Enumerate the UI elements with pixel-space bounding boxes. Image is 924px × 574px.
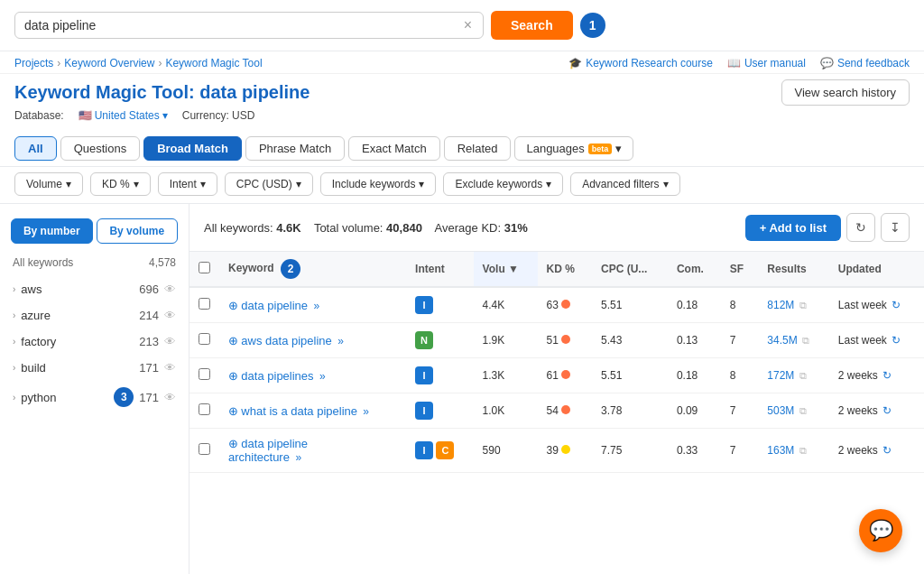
select-all-checkbox[interactable] — [199, 262, 210, 273]
refresh-icon[interactable]: ↻ — [882, 444, 892, 457]
chat-fab-button[interactable]: 💬 — [859, 509, 902, 552]
eye-icon[interactable]: 👁 — [164, 391, 176, 404]
table-row: ⊕ data pipelinearchitecture » I C 590 — [189, 429, 924, 473]
col-volume[interactable]: Volu ▼ — [474, 252, 538, 287]
expand-icon[interactable]: » — [319, 370, 326, 383]
expand-icon[interactable]: » — [296, 451, 302, 464]
sidebar-item-build[interactable]: › build 171 👁 — [0, 355, 189, 381]
row-checkbox-input[interactable] — [199, 368, 210, 380]
col-keyword: Keyword 2 — [219, 252, 406, 287]
add-to-list-button[interactable]: + Add to list — [745, 215, 841, 241]
eye-icon[interactable]: 👁 — [164, 335, 176, 348]
eye-icon[interactable]: 👁 — [164, 361, 176, 375]
col-updated: Updated — [829, 252, 924, 287]
beta-badge: beta — [588, 144, 613, 154]
sidebar-item-azure[interactable]: › azure 214 👁 — [0, 302, 189, 329]
results-link[interactable]: 503M — [767, 404, 794, 417]
by-number-button[interactable]: By number — [11, 218, 93, 244]
results-link[interactable]: 163M — [767, 444, 794, 457]
refresh-icon[interactable]: ↻ — [892, 334, 901, 347]
by-volume-button[interactable]: By volume — [97, 218, 179, 244]
filter-exclude-keywords[interactable]: Exclude keywords ▾ — [443, 172, 563, 196]
view-history-button[interactable]: View search history — [781, 79, 910, 106]
user-manual-link[interactable]: 📖 User manual — [727, 57, 806, 69]
eye-icon[interactable]: 👁 — [164, 309, 176, 322]
search-input-wrapper: × — [14, 12, 484, 39]
keyword-link[interactable]: aws data pipeline — [241, 334, 331, 347]
languages-button[interactable]: Languages beta ▾ — [514, 136, 633, 161]
database-value[interactable]: 🇺🇸 United States ▾ — [79, 109, 168, 122]
filter-intent[interactable]: Intent ▾ — [158, 172, 217, 196]
search-input[interactable] — [24, 18, 462, 32]
add-keyword-icon[interactable]: ⊕ — [228, 369, 238, 383]
chevron-down-icon: ▾ — [419, 178, 424, 190]
row-checkbox-input[interactable] — [199, 403, 210, 415]
row-checkbox — [189, 393, 219, 429]
chevron-down-icon: ▾ — [200, 178, 206, 190]
sidebar-item-factory[interactable]: › factory 213 👁 — [0, 329, 189, 355]
add-keyword-icon[interactable]: ⊕ — [228, 404, 238, 418]
download-button[interactable]: ↧ — [881, 213, 910, 242]
row-updated: Last week ↻ — [829, 323, 924, 358]
row-checkbox-input[interactable] — [199, 333, 210, 345]
add-keyword-icon[interactable]: ⊕ — [228, 299, 238, 312]
breadcrumb-projects[interactable]: Projects — [14, 57, 53, 69]
filter-volume[interactable]: Volume ▾ — [14, 172, 83, 196]
col-cpc: CPC (U... — [592, 252, 668, 287]
send-feedback-link[interactable]: 💬 Send feedback — [820, 57, 910, 69]
stats-text: All keywords: 4.6K Total volume: 40,840 … — [204, 221, 528, 235]
row-keyword-cell: ⊕ what is a data pipeline » — [219, 393, 406, 429]
main-table: All keywords: 4.6K Total volume: 40,840 … — [189, 204, 924, 574]
filter-include-keywords[interactable]: Include keywords ▾ — [320, 172, 437, 196]
keyword-link[interactable]: what is a data pipeline — [241, 404, 357, 418]
table-row: ⊕ what is a data pipeline » I 1.0K 54 3. — [189, 393, 924, 429]
sidebar-item-aws[interactable]: › aws 696 👁 — [0, 276, 189, 302]
row-checkbox-input[interactable] — [199, 298, 210, 310]
tab-exact-match[interactable]: Exact Match — [348, 136, 440, 161]
filter-kd[interactable]: KD % ▾ — [90, 172, 151, 196]
clear-button[interactable]: × — [462, 18, 474, 32]
tab-all[interactable]: All — [14, 136, 57, 161]
row-updated: 2 weeks ↻ — [829, 393, 924, 429]
refresh-icon[interactable]: ↻ — [882, 369, 892, 382]
row-com: 0.18 — [668, 287, 721, 323]
expand-icon[interactable]: » — [313, 300, 319, 312]
row-sf: 7 — [721, 323, 759, 358]
results-link[interactable]: 172M — [767, 369, 794, 382]
results-link[interactable]: 812M — [767, 299, 794, 311]
breadcrumb-keyword-magic-tool[interactable]: Keyword Magic Tool — [165, 57, 262, 69]
row-checkbox-input[interactable] — [199, 443, 210, 455]
row-keyword-cell: ⊕ aws data pipeline » — [219, 323, 406, 358]
tab-related[interactable]: Related — [444, 136, 512, 161]
keyword-link[interactable]: data pipeline — [241, 299, 308, 312]
copy-icon: ⧉ — [799, 300, 807, 310]
keyword-link[interactable]: data pipelines — [241, 369, 313, 383]
refresh-icon[interactable]: ↻ — [882, 404, 892, 417]
chevron-right-icon: › — [13, 310, 15, 320]
title-row: Keyword Magic Tool: data pipeline View s… — [0, 74, 924, 107]
refresh-icon[interactable]: ↻ — [892, 299, 901, 311]
step-badge-1: 1 — [580, 13, 605, 38]
intent-badge-i: I — [415, 441, 433, 459]
breadcrumb-keyword-overview[interactable]: Keyword Overview — [64, 57, 154, 69]
add-keyword-icon[interactable]: ⊕ — [228, 334, 238, 347]
sidebar-item-python[interactable]: › python 3 171 👁 — [0, 381, 189, 413]
breadcrumb-row: Projects › Keyword Overview › Keyword Ma… — [0, 51, 924, 74]
tab-broad-match[interactable]: Broad Match — [143, 136, 242, 161]
keywords-table: Keyword 2 Intent Volu ▼ KD % CPC (U... C… — [189, 252, 924, 473]
add-keyword-icon[interactable]: ⊕ — [228, 437, 238, 450]
filter-cpc[interactable]: CPC (USD) ▾ — [225, 172, 313, 196]
expand-icon[interactable]: » — [363, 405, 369, 418]
expand-icon[interactable]: » — [337, 335, 344, 347]
search-button[interactable]: Search — [491, 11, 573, 40]
tab-questions[interactable]: Questions — [60, 136, 141, 161]
kd-dot — [561, 335, 570, 344]
row-volume: 1.3K — [474, 358, 538, 393]
chevron-right-icon: › — [13, 284, 15, 294]
keyword-research-course-link[interactable]: 🎓 Keyword Research course — [568, 57, 713, 69]
refresh-button[interactable]: ↻ — [846, 213, 875, 242]
results-link[interactable]: 34.5M — [767, 334, 797, 347]
filter-advanced[interactable]: Advanced filters ▾ — [570, 172, 679, 196]
tab-phrase-match[interactable]: Phrase Match — [245, 136, 345, 161]
eye-icon[interactable]: 👁 — [164, 282, 176, 296]
